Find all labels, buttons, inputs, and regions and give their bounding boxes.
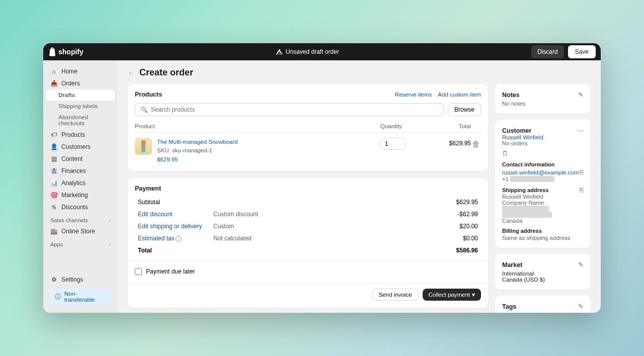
page-title: Create order <box>139 67 193 78</box>
nav-online-store[interactable]: 🏬Online Store <box>46 225 115 237</box>
nav-shipping-labels[interactable]: Shipping labels <box>46 101 115 112</box>
edit-shipping-link[interactable]: Edit shipping or delivery <box>138 223 213 230</box>
nav-content[interactable]: ▤Content <box>46 153 115 165</box>
nav-home-label: Home <box>61 68 77 75</box>
customer-name-link[interactable]: Russell Winfield <box>502 134 584 140</box>
nav-finances[interactable]: 🏦Finances <box>46 165 115 177</box>
product-info: The Multi-managed Snowboard SKU: sku-man… <box>157 138 380 164</box>
products-card: Products Reserve items Add custom item 🔍 <box>128 84 488 171</box>
page-header: ← Create order <box>128 67 591 78</box>
sidebar-bottom: ⚙Settings ⓘNon-transferable <box>46 274 115 308</box>
nav-settings[interactable]: ⚙Settings <box>46 274 115 286</box>
browse-button[interactable]: Browse <box>448 103 481 116</box>
edit-notes-icon[interactable]: ✎ <box>578 91 584 99</box>
collect-payment-label: Collect payment <box>429 292 470 298</box>
main-column: Products Reserve items Add custom item 🔍 <box>128 84 488 313</box>
market-card: Market ✎ International Canada (USD $) <box>495 254 591 290</box>
estimated-tax-link[interactable]: Estimated tax <box>138 235 175 242</box>
brand-logo[interactable]: shopify <box>48 47 84 56</box>
send-invoice-button[interactable]: Send invoice <box>372 289 419 301</box>
nav-section-apps[interactable]: Apps› <box>46 237 115 249</box>
app-window: shopify Unsaved draft order Discard Save… <box>43 43 601 313</box>
nav-marketing[interactable]: 🎯Marketing <box>46 189 115 201</box>
nav-orders-label: Orders <box>61 80 80 87</box>
discard-button[interactable]: Discard <box>531 45 564 58</box>
products-actions: Reserve items Add custom item <box>395 92 481 98</box>
products-card-header: Products Reserve items Add custom item <box>135 91 481 98</box>
customer-header: Customer ⋯ <box>502 127 584 134</box>
contact-info-label: Contact information <box>502 161 584 167</box>
customer-email-link[interactable]: russel.winfield@example.com <box>502 169 579 175</box>
unsaved-status-text: Unsaved draft order <box>286 48 339 55</box>
nav-settings-label: Settings <box>61 276 83 283</box>
delete-row-icon[interactable]: 🗑 <box>471 138 481 149</box>
collect-payment-button[interactable]: Collect payment▾ <box>423 289 481 301</box>
ship-company: Company Name <box>502 200 584 206</box>
nav-analytics[interactable]: 📊Analytics <box>46 177 115 189</box>
payment-due-later-checkbox[interactable] <box>135 268 142 275</box>
search-products-input[interactable] <box>151 106 438 113</box>
edit-tags-icon[interactable]: ✎ <box>578 303 584 310</box>
discount-desc: Custom discount <box>213 211 433 218</box>
customer-card: Customer ⋯ Russell Winfield No orders 🗒 … <box>495 120 591 248</box>
search-products-input-wrapper[interactable]: 🔍 <box>135 103 444 116</box>
nav-products[interactable]: 🏷Products <box>46 129 115 141</box>
col-product-header: Product <box>135 123 380 129</box>
nav-shipping-labels-label: Shipping labels <box>58 103 98 109</box>
nav-discounts[interactable]: ％Discounts <box>46 201 115 213</box>
customer-orders: No orders <box>502 140 584 146</box>
edit-market-icon[interactable]: ✎ <box>578 261 584 269</box>
copy-email-icon[interactable]: ⎘ <box>580 168 584 176</box>
tags-title: Tags <box>502 303 516 310</box>
add-custom-item-link[interactable]: Add custom item <box>438 92 481 98</box>
edit-discount-link[interactable]: Edit discount <box>138 211 213 218</box>
payment-actions: Send invoice Collect payment▾ <box>128 283 488 301</box>
note-icon[interactable]: 🗒 <box>502 150 508 157</box>
orders-icon: 📥 <box>50 80 57 87</box>
topbar-status: Unsaved draft order <box>84 48 531 55</box>
payment-card: Payment Subtotal $629.95 Edit discount C… <box>128 178 488 308</box>
reserve-items-link[interactable]: Reserve items <box>395 92 432 98</box>
brand-text: shopify <box>58 48 84 56</box>
notes-header: Notes ✎ <box>502 91 584 99</box>
product-name-link[interactable]: The Multi-managed Snowboard <box>157 138 380 146</box>
customer-more-icon[interactable]: ⋯ <box>577 127 584 134</box>
discounts-icon: ％ <box>50 204 57 211</box>
ship-line1: ████████ ███ <box>502 206 584 212</box>
nav-abandoned[interactable]: Abandoned checkouts <box>46 112 115 129</box>
non-transferable-badge: ⓘNon-transferable <box>49 289 112 305</box>
tax-row: Estimated taxi Not calculated $0.00 <box>138 232 478 245</box>
tax-desc: Not calculated <box>213 235 433 242</box>
nav-content-label: Content <box>61 155 83 162</box>
payment-title: Payment <box>135 185 481 192</box>
nav-drafts[interactable]: Drafts <box>46 90 115 101</box>
save-button[interactable]: Save <box>568 45 596 58</box>
back-arrow-icon[interactable]: ← <box>128 69 134 76</box>
nav-products-label: Products <box>61 131 85 138</box>
tax-amt: $0.00 <box>433 235 478 242</box>
product-thumbnail[interactable] <box>135 138 152 155</box>
shipping-row: Edit shipping or delivery Custom $20.00 <box>138 220 478 232</box>
nav-section-sales[interactable]: Sales channels› <box>46 213 115 225</box>
product-price-link[interactable]: $629.95 <box>157 155 380 164</box>
non-transferable-label: Non-transferable <box>64 291 107 303</box>
copy-shipping-icon[interactable]: ⎘ <box>580 186 584 194</box>
market-line1: International <box>502 271 584 277</box>
search-icon: 🔍 <box>140 106 148 113</box>
tags-card: Tags ✎ <box>495 296 591 313</box>
total-row: Total $586.96 <box>138 244 478 256</box>
nav-home[interactable]: ⌂Home <box>46 65 115 77</box>
tax-info-icon[interactable]: i <box>176 236 182 242</box>
quantity-input[interactable] <box>380 138 407 150</box>
product-row: The Multi-managed Snowboard SKU: sku-man… <box>135 133 481 164</box>
nav-online-store-label: Online Store <box>61 228 95 235</box>
payment-due-later-label: Payment due later <box>146 268 195 275</box>
subtotal-amt: $629.95 <box>433 199 478 206</box>
discount-row: Edit discount Custom discount -$62.99 <box>138 208 478 220</box>
sidebar: ⌂Home 📥Orders Drafts Shipping labels Aba… <box>43 60 118 313</box>
qty-cell <box>380 138 426 150</box>
nav-customers[interactable]: 👤Customers <box>46 141 115 153</box>
nav-orders[interactable]: 📥Orders <box>46 77 115 90</box>
gear-icon: ⚙ <box>50 276 57 283</box>
chevron-right-icon: › <box>109 218 111 223</box>
